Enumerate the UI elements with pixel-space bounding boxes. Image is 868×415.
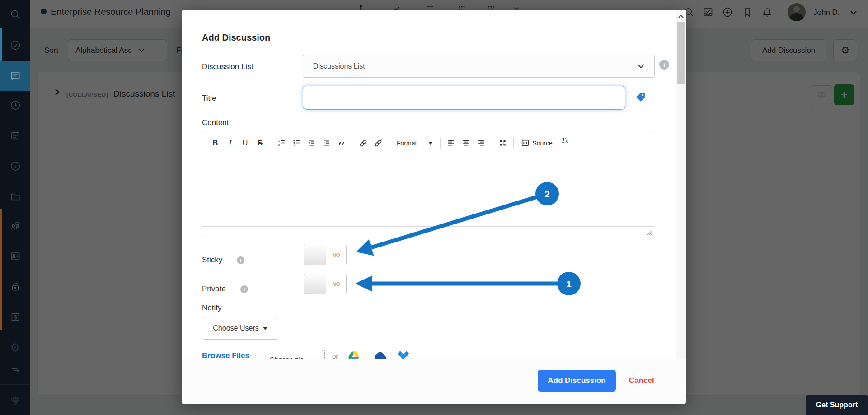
folder-icon xyxy=(9,191,21,202)
toggle-knob xyxy=(304,274,326,294)
divider xyxy=(271,138,271,149)
remove-format-x: x xyxy=(565,139,568,144)
numbered-list-button[interactable]: 12 xyxy=(274,136,289,150)
choose-users-label: Choose Users xyxy=(213,324,258,332)
scroll-up-icon[interactable] xyxy=(678,14,684,18)
editor-toolbar: B I U S 12 xyxy=(202,132,654,154)
choose-file-button[interactable]: Choose file xyxy=(263,350,325,359)
gear-icon: ⚙ xyxy=(10,342,20,353)
link-button[interactable] xyxy=(356,136,371,150)
info-icon xyxy=(9,160,21,172)
collapse-arrow-icon xyxy=(9,365,21,377)
screen: Enterprise Resource Planning xyxy=(0,0,868,415)
sidebar-item-teams[interactable] xyxy=(0,213,30,238)
google-drive-icon[interactable] xyxy=(348,350,359,359)
chat-icon xyxy=(9,70,21,82)
id-card-icon xyxy=(9,250,21,262)
tag-icon[interactable] xyxy=(635,92,646,103)
sticky-toggle-value: NO xyxy=(326,245,346,265)
maximize-button[interactable] xyxy=(495,136,510,150)
sidebar-item-security[interactable] xyxy=(0,274,30,299)
italic-button[interactable]: I xyxy=(223,136,238,150)
modal-body: Add Discussion Discussion List Discussio… xyxy=(182,10,676,359)
align-right-button[interactable] xyxy=(474,136,488,150)
sidebar-item-calendar[interactable] xyxy=(0,123,30,148)
discussion-list-label: Discussion List xyxy=(202,62,253,71)
caret-down-icon xyxy=(428,142,432,145)
brand-logo xyxy=(0,387,30,413)
sidebar-item-history[interactable] xyxy=(0,93,30,118)
modal-title: Add Discussion xyxy=(202,33,270,43)
or-label: or xyxy=(332,352,338,359)
notify-label: Notify xyxy=(202,303,221,312)
svg-text:$: $ xyxy=(14,314,17,321)
align-center-button[interactable] xyxy=(459,136,474,150)
sidebar-item-files[interactable] xyxy=(0,184,30,209)
source-button[interactable]: Source xyxy=(517,139,557,147)
add-list-button[interactable]: + xyxy=(659,60,669,70)
blockquote-button[interactable] xyxy=(334,136,349,150)
bold-button[interactable]: B xyxy=(208,136,223,150)
search-icon xyxy=(9,9,21,20)
sidebar-item-discussions[interactable] xyxy=(0,61,30,91)
remove-format-button[interactable]: Tx xyxy=(557,136,572,150)
unlink-button[interactable] xyxy=(371,136,385,150)
private-info-icon[interactable]: i xyxy=(240,285,248,293)
submit-add-discussion-button[interactable]: Add Discussion xyxy=(538,370,616,392)
divider xyxy=(513,138,514,149)
sticky-toggle[interactable]: NO xyxy=(304,245,347,265)
rich-text-editor: B I U S 12 xyxy=(202,132,654,237)
sidebar: $ ⚙ xyxy=(0,0,30,415)
discussion-list-value: Discussions List xyxy=(313,62,365,70)
choose-users-button[interactable]: Choose Users xyxy=(202,317,278,340)
info-glyph: i xyxy=(244,287,245,292)
source-label: Source xyxy=(532,140,552,147)
choose-file-label: Choose file xyxy=(270,355,304,359)
cancel-button[interactable]: Cancel xyxy=(629,370,654,392)
format-label: Format xyxy=(397,140,417,147)
dropbox-cloud-icon[interactable] xyxy=(374,351,386,359)
private-toggle[interactable]: NO xyxy=(304,274,347,294)
underline-button[interactable]: U xyxy=(238,136,253,150)
check-circle-icon xyxy=(9,39,21,51)
align-left-button[interactable] xyxy=(444,136,459,150)
svg-text:2: 2 xyxy=(278,144,280,146)
divider xyxy=(352,138,352,149)
divider xyxy=(492,138,492,149)
dollar-icon: $ xyxy=(9,311,21,323)
divider xyxy=(0,384,30,385)
editor-content-area[interactable] xyxy=(202,154,654,227)
resize-grip-icon[interactable] xyxy=(647,230,652,235)
format-dropdown[interactable]: Format xyxy=(392,140,437,147)
editor-bottom-bar xyxy=(202,226,654,237)
caret-down-icon xyxy=(263,327,267,330)
sidebar-collapse-button[interactable] xyxy=(0,358,30,383)
private-toggle-value: NO xyxy=(326,274,346,294)
dots-tree-logo-icon xyxy=(9,394,21,406)
indent-button[interactable] xyxy=(319,136,334,150)
bulleted-list-button[interactable] xyxy=(289,136,304,150)
content-label: Content xyxy=(202,118,229,127)
private-label: Private xyxy=(202,284,226,294)
sidebar-item-tasks[interactable] xyxy=(0,33,30,58)
divider xyxy=(0,357,30,357)
onedrive-icon[interactable] xyxy=(397,350,410,359)
calendar-icon xyxy=(9,130,21,141)
chevron-down-icon xyxy=(638,64,644,69)
team-discussion-icon xyxy=(9,220,21,232)
sidebar-item-info[interactable] xyxy=(0,154,30,179)
discussion-list-select[interactable]: Discussions List xyxy=(303,55,655,78)
title-input[interactable] xyxy=(303,86,625,110)
sticky-label: Sticky xyxy=(202,256,222,265)
title-label: Title xyxy=(202,94,216,103)
scrollbar-thumb[interactable] xyxy=(677,22,685,84)
sidebar-item-search[interactable] xyxy=(0,2,30,27)
sidebar-item-contacts[interactable] xyxy=(0,243,30,269)
add-discussion-modal: Add Discussion Discussion List Discussio… xyxy=(182,10,686,404)
sidebar-item-billing[interactable]: $ xyxy=(0,304,30,330)
svg-text:1: 1 xyxy=(278,140,280,142)
outdent-button[interactable] xyxy=(304,136,319,150)
sticky-info-icon[interactable]: i xyxy=(237,256,244,264)
strikethrough-button[interactable]: S xyxy=(253,136,267,150)
get-support-button[interactable]: Get Support xyxy=(806,395,868,415)
